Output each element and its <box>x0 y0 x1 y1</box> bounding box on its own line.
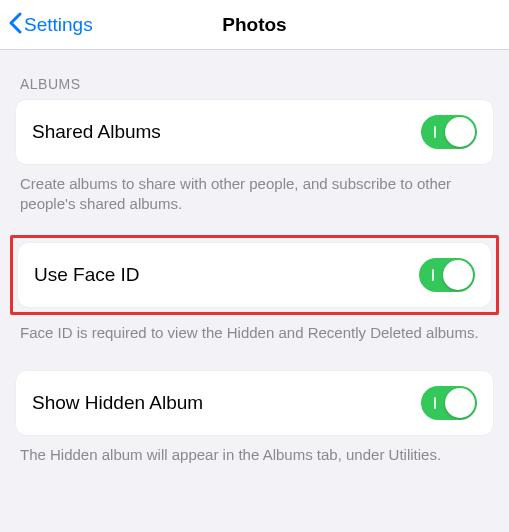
hidden-album-footer: The Hidden album will appear in the Albu… <box>16 435 493 465</box>
face-id-label: Use Face ID <box>34 264 140 286</box>
hidden-album-toggle[interactable] <box>421 386 477 420</box>
row-shared-albums[interactable]: Shared Albums <box>16 100 493 164</box>
face-id-footer: Face ID is required to view the Hidden a… <box>16 313 493 343</box>
toggle-on-icon <box>434 126 436 138</box>
navigation-bar: Settings Photos <box>0 0 509 50</box>
shared-albums-toggle[interactable] <box>421 115 477 149</box>
toggle-knob <box>443 260 473 290</box>
row-use-face-id[interactable]: Use Face ID <box>18 243 491 307</box>
back-button[interactable]: Settings <box>8 12 93 38</box>
shared-albums-label: Shared Albums <box>32 121 161 143</box>
back-label: Settings <box>24 14 93 36</box>
toggle-knob <box>445 117 475 147</box>
section-header-albums: ALBUMS <box>16 50 493 100</box>
toggle-on-icon <box>434 397 436 409</box>
chevron-left-icon <box>8 12 22 38</box>
face-id-toggle[interactable] <box>419 258 475 292</box>
highlight-box: Use Face ID <box>10 235 499 315</box>
toggle-on-icon <box>432 269 434 281</box>
shared-albums-footer: Create albums to share with other people… <box>16 164 493 215</box>
toggle-knob <box>445 388 475 418</box>
page-title: Photos <box>222 14 286 36</box>
hidden-album-label: Show Hidden Album <box>32 392 203 414</box>
row-show-hidden-album[interactable]: Show Hidden Album <box>16 371 493 435</box>
